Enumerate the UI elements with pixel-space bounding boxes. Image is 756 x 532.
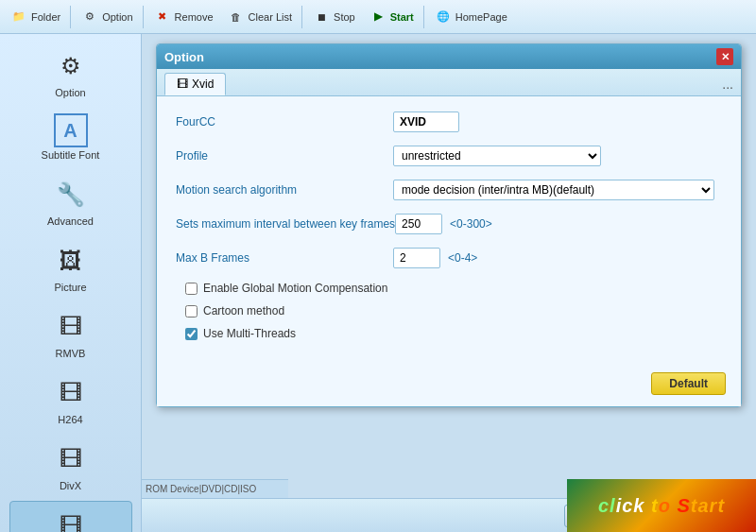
option-icon: ⚙ (80, 8, 99, 26)
dialog-body: FourCC Profile unrestricted simple adv (157, 96, 741, 365)
folder-icon: 📁 (9, 8, 28, 26)
option-dialog: Option ✕ 🎞 Xvid ... F (156, 43, 742, 407)
watermark: click to Start (567, 479, 756, 532)
clear-icon: 🗑 (227, 8, 246, 26)
dialog-titlebar: Option ✕ (157, 44, 741, 69)
stop-button[interactable]: ⏹ Stop (306, 6, 361, 28)
content-area: Option ✕ 🎞 Xvid ... F (142, 34, 756, 532)
fourcc-row: FourCC (176, 112, 722, 132)
sidebar-h264-label: H264 (58, 414, 82, 425)
xvid-tab-label: Xvid (192, 77, 214, 91)
max-b-frames-row: Max B Frames <0-4> (176, 248, 722, 268)
start-label: Start (390, 11, 414, 23)
option-label: Option (102, 11, 132, 23)
motion-search-control: mode decision (inter/intra MB)(default) … (393, 180, 714, 200)
xvid-icon: 🎞 (52, 507, 90, 532)
start-icon: ▶ (369, 8, 387, 26)
folder-label: Folder (31, 11, 60, 23)
sidebar-option-label: Option (55, 87, 85, 98)
remove-label: Remove (175, 11, 214, 23)
sidebar: ⚙ Option A Subtitle Font 🔧 Advanced 🖼 Pi… (0, 34, 142, 532)
profile-label: Profile (176, 149, 393, 163)
main-area: ⚙ Option A Subtitle Font 🔧 Advanced 🖼 Pi… (0, 34, 756, 532)
fourcc-label: FourCC (176, 115, 393, 129)
subtitle-font-icon: A (54, 113, 88, 147)
default-button[interactable]: Default (651, 372, 726, 395)
sep2 (143, 6, 144, 28)
sidebar-item-rmvb[interactable]: 🎞 RMVB (9, 302, 132, 365)
motion-search-label: Motion search algorithm (176, 183, 393, 197)
clear-label: Clear List (249, 11, 292, 23)
homepage-icon: 🌐 (434, 8, 453, 26)
max-b-frames-control: <0-4> (393, 248, 477, 268)
sidebar-subtitle-label: Subtitle Font (42, 149, 100, 161)
sidebar-advanced-label: Advanced (47, 215, 94, 227)
sidebar-picture-label: Picture (54, 282, 86, 293)
remove-icon: ✖ (153, 8, 172, 26)
more-tabs-indicator: ... (722, 77, 733, 92)
key-frames-row: Sets maximum interval between key frames… (176, 214, 722, 234)
homepage-label: HomePage (455, 11, 507, 23)
sidebar-item-xvid[interactable]: 🎞 Xvid (9, 501, 132, 532)
stop-label: Stop (334, 11, 355, 23)
status-bar: ROM Device|DVD|CD|ISO (142, 479, 288, 498)
profile-select[interactable]: unrestricted simple advanced simple (393, 146, 601, 166)
cartoon-checkbox[interactable] (185, 305, 198, 317)
xvid-tab[interactable]: 🎞 Xvid (164, 73, 226, 95)
profile-control: unrestricted simple advanced simple (393, 146, 601, 166)
dialog-overlay: Option ✕ 🎞 Xvid ... F (142, 34, 756, 532)
picture-icon: 🖼 (52, 242, 90, 280)
sidebar-rmvb-label: RMVB (56, 348, 86, 359)
sidebar-item-picture[interactable]: 🖼 Picture (9, 236, 132, 299)
global-motion-row: Enable Global Motion Compensation (176, 282, 722, 295)
dialog-title: Option (164, 50, 204, 64)
homepage-button[interactable]: 🌐 HomePage (428, 6, 513, 28)
multi-threads-checkbox[interactable] (185, 328, 198, 340)
start-button[interactable]: ▶ Start (363, 6, 420, 28)
multi-threads-label: Use Multi-Threads (203, 327, 296, 340)
motion-search-row: Motion search algorithm mode decision (i… (176, 180, 722, 200)
sidebar-item-option[interactable]: ⚙ Option (9, 42, 132, 104)
sep4 (423, 6, 424, 28)
cartoon-row: Cartoon method (176, 304, 722, 317)
key-frames-label: Sets maximum interval between key frames (176, 217, 395, 231)
global-motion-label: Enable Global Motion Compensation (203, 282, 387, 295)
max-b-frames-range[interactable]: <0-4> (448, 251, 477, 265)
rmvb-icon: 🎞 (52, 308, 90, 346)
h264-icon: 🎞 (52, 374, 90, 412)
folder-button[interactable]: 📁 Folder (4, 6, 66, 28)
sidebar-item-advanced[interactable]: 🔧 Advanced (9, 170, 132, 232)
profile-row: Profile unrestricted simple advanced sim… (176, 146, 722, 166)
dialog-footer: Default (157, 365, 741, 406)
motion-search-select[interactable]: mode decision (inter/intra MB)(default) … (393, 180, 714, 200)
multi-threads-row: Use Multi-Threads (176, 327, 722, 340)
divx-icon: 🎞 (52, 440, 90, 478)
option-sidebar-icon: ⚙ (52, 47, 90, 85)
key-frames-range[interactable]: <0-300> (450, 217, 492, 231)
watermark-text: click to Start (598, 495, 725, 517)
cartoon-label: Cartoon method (203, 304, 284, 317)
dialog-tabs: 🎞 Xvid ... (157, 69, 741, 96)
sidebar-divx-label: DivX (60, 480, 81, 491)
fourcc-control (393, 112, 459, 132)
max-b-frames-input[interactable] (393, 248, 440, 268)
xvid-tab-icon: 🎞 (177, 77, 188, 91)
stop-icon: ⏹ (312, 8, 331, 26)
advanced-icon: 🔧 (52, 176, 90, 214)
global-motion-checkbox[interactable] (185, 283, 198, 295)
toolbar: 📁 Folder ⚙ Option ✖ Remove 🗑 Clear List … (0, 0, 756, 34)
clear-list-button[interactable]: 🗑 Clear List (221, 6, 298, 28)
sep1 (70, 6, 71, 28)
sidebar-item-h264[interactable]: 🎞 H264 (9, 369, 132, 431)
max-b-frames-label: Max B Frames (176, 251, 393, 265)
option-button[interactable]: ⚙ Option (75, 6, 138, 28)
key-frames-control: <0-300> (395, 214, 492, 234)
remove-button[interactable]: ✖ Remove (147, 6, 219, 28)
sep3 (301, 6, 302, 28)
status-text: ROM Device|DVD|CD|ISO (146, 484, 256, 494)
dialog-close-button[interactable]: ✕ (716, 48, 733, 65)
sidebar-item-divx[interactable]: 🎞 DivX (9, 435, 132, 497)
sidebar-item-subtitle-font[interactable]: A Subtitle Font (9, 108, 132, 166)
fourcc-input[interactable] (393, 112, 459, 132)
key-frames-input[interactable] (395, 214, 442, 234)
